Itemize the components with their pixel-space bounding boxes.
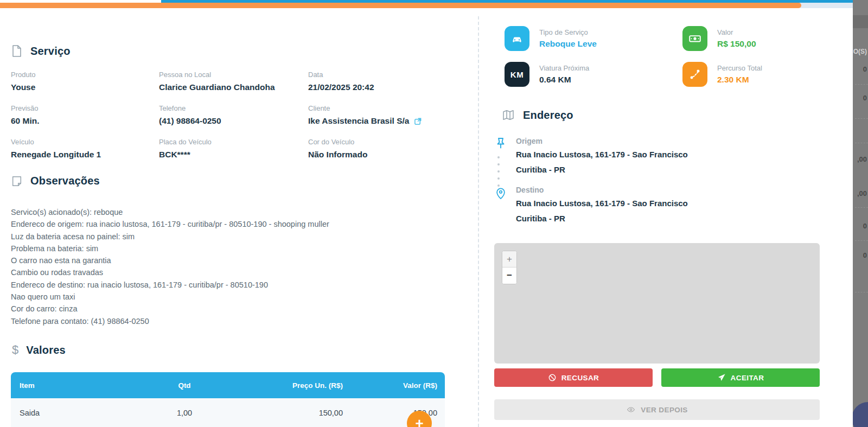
address-section-header: Endereço <box>501 109 573 122</box>
external-link-icon[interactable] <box>414 117 422 125</box>
observation-line: O carro nao esta na garantia <box>11 254 456 266</box>
background-text-fragment: ,00 <box>857 189 867 197</box>
origin-address-line1: Rua Inacio Lustosa, 161-179 - Sao Franci… <box>516 149 688 161</box>
field-label: Previsão <box>11 104 159 112</box>
card-label: Viatura Próxima <box>539 64 589 72</box>
field-label: Telefone <box>159 104 308 112</box>
see-later-label: VER DEPOIS <box>641 406 688 414</box>
origin-label: Origem <box>516 137 688 145</box>
route-icon <box>682 62 707 87</box>
money-icon <box>682 26 707 51</box>
refuse-button[interactable]: RECUSAR <box>494 368 653 387</box>
car-icon <box>505 26 529 51</box>
service-fields: ProdutoYouse Pessoa no LocalClarice Guar… <box>11 71 445 171</box>
field-value: Youse <box>11 82 159 92</box>
background-text-fragment: ÇO(S) <box>853 48 867 55</box>
card-service-type: Tipo de Serviço Reboque Leve <box>505 26 597 51</box>
pushpin-icon <box>494 137 507 176</box>
card-value: 0.64 KM <box>539 75 589 85</box>
valores-section-header: $ Valores <box>12 343 66 357</box>
timer-bar-fill <box>0 3 801 8</box>
document-icon <box>11 44 23 58</box>
cell-preco: 150,00 <box>228 409 345 417</box>
client-value: Ike Assistencia Brasil S/a <box>308 116 409 126</box>
destination-label: Destino <box>516 186 688 194</box>
col-header-valor: Valor (R$) <box>345 381 445 390</box>
observation-line: Endereco de destino: rua inacio lustosa,… <box>11 279 456 291</box>
observation-line: Cambio ou rodas travadas <box>11 266 456 278</box>
cell-item: Saida <box>11 409 141 417</box>
km-badge: KM <box>505 62 529 87</box>
observation-line: Cor do carro: cinza <box>11 303 456 315</box>
field-value: 60 Min. <box>11 116 159 126</box>
card-label: Valor <box>717 28 756 36</box>
table-row: Saida 1,00 150,00 150,00 <box>11 398 445 427</box>
card-label: Tipo de Serviço <box>539 28 597 36</box>
map-icon <box>501 109 515 122</box>
field-value: Não Informado <box>308 150 445 160</box>
prohibited-icon <box>548 373 557 382</box>
map-zoom-controls: + − <box>502 251 517 284</box>
origin-block: Origem Rua Inacio Lustosa, 161-179 - Sao… <box>494 137 820 176</box>
col-header-preco: Preço Un. (R$) <box>228 381 345 390</box>
dimmed-background-strip: ÇO(S) 0 0 ,00 ,00 0 0 <box>853 0 868 427</box>
accept-label: ACEITAR <box>731 374 764 382</box>
dispatch-offer-modal: Serviço ProdutoYouse Pessoa no LocalClar… <box>0 0 868 427</box>
location-pin-icon <box>494 186 507 225</box>
observation-line: Endereco de origem: rua inacio lustosa, … <box>11 218 456 230</box>
field-label: Produto <box>11 71 159 79</box>
observation-line: Luz da bateria acesa no painel: sim <box>11 231 456 243</box>
card-value: Valor R$ 150,00 <box>682 26 756 51</box>
observation-line: Telefone para contato: (41) 98864-0250 <box>11 315 456 327</box>
field-label: Pessoa no Local <box>159 71 308 79</box>
observation-line: Problema na bateria: sim <box>11 243 456 254</box>
field-value: 21/02/2025 20:42 <box>308 82 445 92</box>
card-nearest-unit: KM Viatura Próxima 0.64 KM <box>505 62 589 87</box>
accept-button[interactable]: ACEITAR <box>661 368 820 387</box>
route-dots-connector <box>497 156 500 187</box>
field-value: Clarice Guardiano Chandoha <box>159 82 308 92</box>
valores-table-header: Item Qtd Preço Un. (R$) Valor (R$) <box>11 372 445 398</box>
card-total-route: Percurso Total 2.30 KM <box>682 62 762 87</box>
background-text-fragment: 0 <box>863 251 867 259</box>
destination-block: Destino Rua Inacio Lustosa, 161-179 - Sa… <box>494 186 820 225</box>
card-value: R$ 150,00 <box>717 39 756 49</box>
destination-address-line1: Rua Inacio Lustosa, 161-179 - Sao Franci… <box>516 197 688 209</box>
field-value: BCK**** <box>159 150 308 160</box>
field-label: Cliente <box>308 104 445 112</box>
field-label: Veículo <box>11 138 159 146</box>
column-divider <box>478 16 479 427</box>
see-later-button[interactable]: VER DEPOIS <box>494 399 820 420</box>
field-value: Renegade Longitude 1 <box>11 150 159 160</box>
background-text-fragment: 0 <box>863 94 867 102</box>
background-text-fragment: ,00 <box>857 155 867 163</box>
valores-table: Item Qtd Preço Un. (R$) Valor (R$) Saida… <box>11 372 445 427</box>
map-canvas[interactable]: + − <box>494 243 820 364</box>
service-section-header: Serviço <box>11 44 71 58</box>
zoom-in-button[interactable]: + <box>502 251 516 267</box>
observation-line: Nao quero um taxi <box>11 291 456 303</box>
dollar-icon: $ <box>12 343 18 357</box>
valores-title: Valores <box>26 344 66 356</box>
origin-address-line2: Curitiba - PR <box>516 164 688 176</box>
send-icon <box>717 373 726 382</box>
field-label: Placa do Veículo <box>159 138 308 146</box>
service-title: Serviço <box>30 45 71 58</box>
refuse-label: RECUSAR <box>561 374 599 382</box>
background-text-fragment: 0 <box>863 222 867 230</box>
top-progress-bar <box>161 0 853 3</box>
observations-title: Observações <box>30 175 100 187</box>
observations-section-header: Observações <box>11 175 100 187</box>
chat-widget-button[interactable] <box>853 402 868 427</box>
col-header-item: Item <box>11 381 141 390</box>
eye-icon <box>626 405 636 414</box>
note-icon <box>11 175 23 187</box>
card-value: 2.30 KM <box>717 75 762 85</box>
card-label: Percurso Total <box>717 64 762 72</box>
field-label: Data <box>308 71 445 79</box>
field-label: Cor do Veículo <box>308 138 445 146</box>
cell-qtd: 1,00 <box>141 409 228 417</box>
destination-address-line2: Curitiba - PR <box>516 213 688 225</box>
zoom-out-button[interactable]: − <box>502 267 516 284</box>
col-header-qtd: Qtd <box>141 381 228 390</box>
